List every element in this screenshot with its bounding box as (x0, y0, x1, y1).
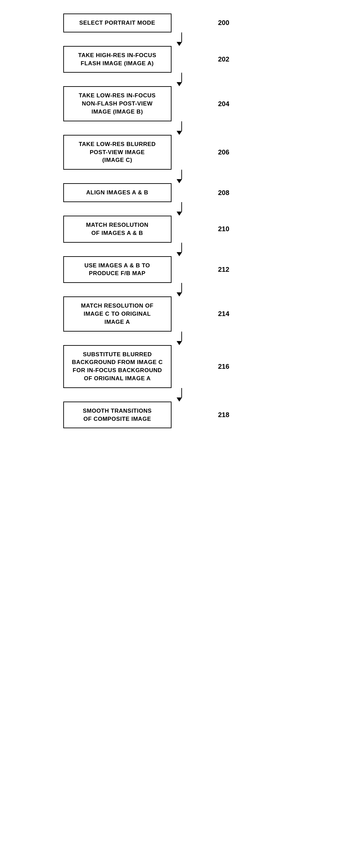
box-area: TAKE LOW-RES IN-FOCUSNON-FLASH POST-VIEW… (63, 86, 209, 121)
connector-wrapper (111, 388, 253, 402)
box-area: ALIGN IMAGES A & B (63, 183, 209, 202)
step-number-label: 206 (209, 148, 236, 156)
flow-step-row: ALIGN IMAGES A & B208 (63, 183, 300, 202)
step-number-label: 218 (209, 411, 236, 419)
step-number: 216 (218, 363, 235, 370)
flow-step-row: SELECT PORTRAIT MODE200 (63, 14, 300, 32)
arrow-down-icon (177, 82, 182, 86)
connector-wrapper (111, 73, 253, 86)
box-area: SMOOTH TRANSITIONSOF COMPOSITE IMAGE (63, 402, 209, 429)
flow-step-row: USE IMAGES A & B TOPRODUCE F/B MAP212 (63, 256, 300, 283)
step-200: SELECT PORTRAIT MODE (63, 14, 172, 32)
connector-wrapper (111, 170, 253, 183)
flow-step-row: SMOOTH TRANSITIONSOF COMPOSITE IMAGE218 (63, 402, 300, 429)
box-area: TAKE LOW-RES BLURREDPOST-VIEW IMAGE(IMAG… (63, 135, 209, 170)
connector-wrapper (111, 243, 253, 256)
flow-step-row: MATCH RESOLUTION OFIMAGE C TO ORIGINALIM… (63, 296, 300, 331)
step-number: 204 (218, 100, 235, 108)
connector-line (181, 243, 182, 252)
connector-wrapper (111, 121, 253, 135)
connector-line (181, 202, 182, 212)
connector-line (181, 73, 182, 82)
arrow-down-icon (177, 179, 182, 183)
connector-line (181, 121, 182, 131)
step-212: USE IMAGES A & B TOPRODUCE F/B MAP (63, 256, 172, 283)
connector-wrapper (111, 32, 253, 46)
step-204: TAKE LOW-RES IN-FOCUSNON-FLASH POST-VIEW… (63, 86, 172, 121)
step-number: 212 (218, 266, 235, 273)
flow-step-row: TAKE HIGH-RES IN-FOCUSFLASH IMAGE (IMAGE… (63, 46, 300, 73)
step-number-label: 200 (209, 19, 236, 27)
step-number: 200 (218, 19, 235, 27)
arrow-down-icon (177, 252, 182, 256)
connector-wrapper (111, 202, 253, 216)
connector-line (181, 388, 182, 397)
step-number: 214 (218, 310, 235, 318)
step-206: TAKE LOW-RES BLURREDPOST-VIEW IMAGE(IMAG… (63, 135, 172, 170)
step-number-label: 208 (209, 189, 236, 197)
step-number-label: 212 (209, 266, 236, 273)
flow-step-row: TAKE LOW-RES IN-FOCUSNON-FLASH POST-VIEW… (63, 86, 300, 121)
step-208: ALIGN IMAGES A & B (63, 183, 172, 202)
step-number: 206 (218, 148, 235, 156)
steps-container: SELECT PORTRAIT MODE200TAKE HIGH-RES IN-… (63, 14, 300, 428)
step-number: 218 (218, 411, 235, 419)
step-218: SMOOTH TRANSITIONSOF COMPOSITE IMAGE (63, 402, 172, 429)
box-area: SELECT PORTRAIT MODE (63, 14, 209, 32)
flow-step-row: TAKE LOW-RES BLURREDPOST-VIEW IMAGE(IMAG… (63, 135, 300, 170)
step-number-label: 214 (209, 310, 236, 318)
box-area: TAKE HIGH-RES IN-FOCUSFLASH IMAGE (IMAGE… (63, 46, 209, 73)
flow-step-row: SUBSTITUTE BLURREDBACKGROUND FROM IMAGE … (63, 345, 300, 388)
step-214: MATCH RESOLUTION OFIMAGE C TO ORIGINALIM… (63, 296, 172, 331)
step-number: 202 (218, 55, 235, 63)
arrow-down-icon (177, 292, 182, 296)
flow-step-row: MATCH RESOLUTIONOF IMAGES A & B210 (63, 216, 300, 243)
step-210: MATCH RESOLUTIONOF IMAGES A & B (63, 216, 172, 243)
step-number: 208 (218, 189, 235, 197)
box-area: SUBSTITUTE BLURREDBACKGROUND FROM IMAGE … (63, 345, 209, 388)
step-number-label: 216 (209, 363, 236, 370)
connector-line (181, 332, 182, 341)
step-216: SUBSTITUTE BLURREDBACKGROUND FROM IMAGE … (63, 345, 172, 388)
arrow-down-icon (177, 397, 182, 402)
connector-line (181, 283, 182, 292)
step-number-label: 202 (209, 55, 236, 63)
arrow-down-icon (177, 131, 182, 135)
connector-line (181, 170, 182, 179)
arrow-down-icon (177, 42, 182, 46)
arrow-down-icon (177, 212, 182, 216)
box-area: USE IMAGES A & B TOPRODUCE F/B MAP (63, 256, 209, 283)
box-area: MATCH RESOLUTION OFIMAGE C TO ORIGINALIM… (63, 296, 209, 331)
arrow-down-icon (177, 341, 182, 345)
box-area: MATCH RESOLUTIONOF IMAGES A & B (63, 216, 209, 243)
connector-wrapper (111, 283, 253, 296)
step-202: TAKE HIGH-RES IN-FOCUSFLASH IMAGE (IMAGE… (63, 46, 172, 73)
connector-wrapper (111, 332, 253, 345)
flowchart-diagram: SELECT PORTRAIT MODE200TAKE HIGH-RES IN-… (63, 14, 300, 445)
step-number-label: 204 (209, 100, 236, 108)
step-number-label: 210 (209, 225, 236, 233)
connector-line (181, 32, 182, 42)
step-number: 210 (218, 225, 235, 233)
